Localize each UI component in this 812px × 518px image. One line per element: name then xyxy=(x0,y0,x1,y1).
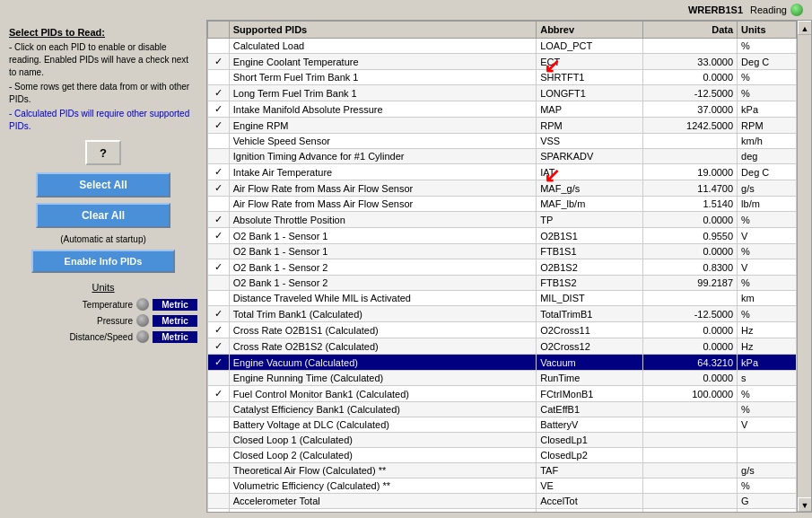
table-row[interactable]: Closed Loop 1 (Calculated) ClosedLp1 xyxy=(208,433,797,448)
table-row[interactable]: Closed Loop 2 (Calculated) ClosedLp2 xyxy=(208,448,797,463)
row-check xyxy=(208,70,230,85)
row-data xyxy=(642,417,737,433)
table-row[interactable]: Short Term Fuel Trim Bank 1 SHRTFT1 0.00… xyxy=(208,70,797,85)
row-units: g/s xyxy=(738,463,797,478)
auto-label: (Automatic at startup) xyxy=(9,233,197,246)
unit-label-distance: Distance/Speed xyxy=(61,332,133,342)
row-check xyxy=(208,402,230,417)
table-row[interactable]: ✓ Cross Rate O2B1S1 (Calculated) O2Cross… xyxy=(208,322,797,338)
row-units: Hz xyxy=(738,338,797,355)
row-units: km xyxy=(738,291,797,306)
row-units: % xyxy=(738,402,797,417)
table-row[interactable]: ✓ Intake Air Temperature IAT 19.0000 Deg… xyxy=(208,164,797,180)
row-abbrev: TP xyxy=(537,212,643,228)
scroll-up-button[interactable]: ▲ xyxy=(798,21,812,35)
table-row[interactable]: Battery Voltage at DLC (Calculated) Batt… xyxy=(208,417,797,433)
row-pid: Accelerometer Total xyxy=(229,494,536,509)
table-row[interactable]: ✓ O2 Bank 1 - Sensor 2 O2B1S2 0.8300 V xyxy=(208,259,797,276)
row-units: RPM xyxy=(738,118,797,134)
row-abbrev: MAF_lb/m xyxy=(537,197,643,212)
table-row[interactable]: Vehicle Speed Sensor VSS km/h xyxy=(208,134,797,149)
row-data: 19.0000 xyxy=(642,164,737,180)
select-all-button[interactable]: Select All xyxy=(36,172,170,198)
row-abbrev: TAF xyxy=(537,463,643,478)
table-row[interactable]: Accelerometer Total AccelTot G xyxy=(208,494,797,509)
row-units: kPa xyxy=(738,101,797,118)
row-data xyxy=(642,433,737,448)
row-check: ✓ xyxy=(208,212,230,228)
row-abbrev: VSS xyxy=(537,134,643,149)
table-row[interactable]: O2 Bank 1 - Sensor 2 FTB1S2 99.2187 % xyxy=(208,276,797,291)
row-pid: Air Flow Rate from Mass Air Flow Sensor xyxy=(229,197,536,212)
table-row[interactable]: Calculated Load LOAD_PCT % xyxy=(208,39,797,54)
unit-value-distance[interactable]: Metric xyxy=(153,331,197,343)
row-units: % xyxy=(738,386,797,402)
table-row[interactable]: ✓ Absolute Throttle Position TP 0.0000 % xyxy=(208,212,797,228)
table-row[interactable]: Volumetric Efficiency (Calculated) ** VE… xyxy=(208,478,797,494)
row-abbrev: ECT xyxy=(537,54,643,70)
table-row[interactable]: ✓ Engine RPM RPM 1242.5000 RPM xyxy=(208,118,797,134)
row-data: 33.0000 xyxy=(642,54,737,70)
row-pid: Closed Loop 1 (Calculated) xyxy=(229,433,536,448)
table-row[interactable]: ✓ Fuel Control Monitor Bank1 (Calculated… xyxy=(208,386,797,402)
unit-value-pressure[interactable]: Metric xyxy=(153,315,197,327)
table-row[interactable]: O2 Bank 1 - Sensor 1 FTB1S1 0.0000 % xyxy=(208,244,797,259)
table-row[interactable]: ✓ Total Trim Bank1 (Calculated) TotalTri… xyxy=(208,306,797,322)
row-units: % xyxy=(738,85,797,101)
table-row[interactable]: Air Flow Rate from Mass Air Flow Sensor … xyxy=(208,197,797,212)
row-abbrev: RPM xyxy=(537,118,643,134)
scrollbar[interactable]: ▲ ▼ xyxy=(797,21,811,512)
row-units: % xyxy=(738,306,797,322)
table-row[interactable]: Theoretical Air Flow (Calculated) ** TAF… xyxy=(208,463,797,478)
clear-all-button[interactable]: Clear All xyxy=(36,203,170,228)
help-button[interactable]: ? xyxy=(85,140,121,165)
table-row[interactable]: Accelerometer X AccelX G xyxy=(208,509,797,513)
row-units: V xyxy=(738,259,797,276)
table-row[interactable]: ✓ Air Flow Rate from Mass Air Flow Senso… xyxy=(208,180,797,197)
row-check: ✓ xyxy=(208,355,230,371)
table-row[interactable]: Distance Traveled While MIL is Activated… xyxy=(208,291,797,306)
unit-icon-pressure xyxy=(136,314,149,327)
row-abbrev: MAP xyxy=(537,101,643,118)
row-units: V xyxy=(738,228,797,244)
row-check: ✓ xyxy=(208,338,230,355)
table-row[interactable]: Catalyst Efficiency Bank1 (Calculated) C… xyxy=(208,402,797,417)
table-row[interactable]: ✓ O2 Bank 1 - Sensor 1 O2B1S1 0.9550 V xyxy=(208,228,797,244)
row-data: 99.2187 xyxy=(642,276,737,291)
row-data xyxy=(642,463,737,478)
row-abbrev: LOAD_PCT xyxy=(537,39,643,54)
row-check: ✓ xyxy=(208,259,230,276)
units-section: Units Temperature Metric Pressure Metric… xyxy=(9,282,197,343)
row-units: g/s xyxy=(738,180,797,197)
table-row[interactable]: ✓ Engine Coolant Temperature ECT 33.0000… xyxy=(208,54,797,70)
table-row[interactable]: ✓ Cross Rate O2B1S2 (Calculated) O2Cross… xyxy=(208,338,797,355)
table-row[interactable]: Engine Running Time (Calculated) RunTime… xyxy=(208,371,797,386)
unit-value-temperature[interactable]: Metric xyxy=(153,299,197,311)
row-units: km/h xyxy=(738,134,797,149)
pid-table: Supported PIDs Abbrev Data Units Calcula… xyxy=(207,21,797,512)
table-header-row: Supported PIDs Abbrev Data Units xyxy=(208,22,797,39)
table-row[interactable]: ✓ Long Term Fuel Trim Bank 1 LONGFT1 -12… xyxy=(208,85,797,101)
row-data: 0.0000 xyxy=(642,212,737,228)
row-abbrev: SPARKADV xyxy=(537,149,643,164)
row-data xyxy=(642,478,737,494)
row-check xyxy=(208,149,230,164)
right-panel: ↙ ↙ Supported PIDs Abbrev Data Units Cal… xyxy=(206,20,812,513)
row-data: 0.0000 xyxy=(642,244,737,259)
row-abbrev: AccelTot xyxy=(537,494,643,509)
row-pid: Air Flow Rate from Mass Air Flow Sensor xyxy=(229,180,536,197)
row-data: -12.5000 xyxy=(642,306,737,322)
row-abbrev: CatEffB1 xyxy=(537,402,643,417)
table-row[interactable]: Ignition Timing Advance for #1 Cylinder … xyxy=(208,149,797,164)
row-units: G xyxy=(738,494,797,509)
scroll-down-button[interactable]: ▼ xyxy=(798,497,812,512)
row-units: Deg C xyxy=(738,54,797,70)
table-row[interactable]: ✓ Intake Manifold Absolute Pressure MAP … xyxy=(208,101,797,118)
row-check: ✓ xyxy=(208,306,230,322)
enable-info-pids-button[interactable]: Enable Info PIDs xyxy=(31,250,175,273)
table-row[interactable]: ✓ Engine Vacuum (Calculated) Vacuum 64.3… xyxy=(208,355,797,371)
row-data xyxy=(642,402,737,417)
reading-indicator: Reading xyxy=(750,4,803,16)
row-check: ✓ xyxy=(208,164,230,180)
row-check: ✓ xyxy=(208,85,230,101)
